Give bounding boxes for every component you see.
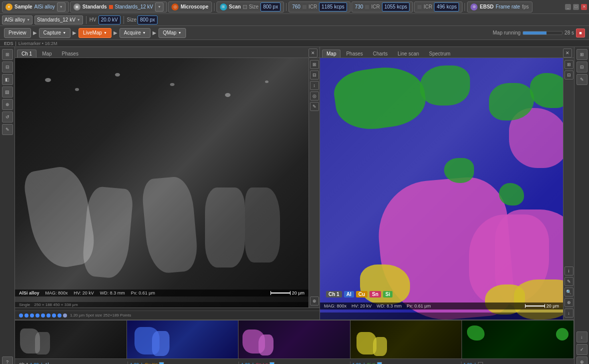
right-panel-close-btn[interactable]: ✕: [563, 48, 572, 58]
sem-particle-1: [45, 78, 51, 82]
standards-dropdown[interactable]: ▼: [155, 2, 164, 12]
sample-name-overlay: AlSi alloy: [19, 290, 40, 296]
separator-1: [214, 3, 214, 11]
icr-section-3[interactable]: ICR 496 kcps: [414, 2, 462, 12]
standards-label: Standards: [82, 4, 107, 10]
image-sub-info: Single 250 × 188 450 × 338 µm: [15, 302, 308, 308]
panel-side-btn-2[interactable]: ⊟: [310, 70, 319, 80]
right-panel: Map Phases Charts Line scan Spectrum: [320, 47, 574, 320]
panel-side-btn-3[interactable]: ↕: [310, 81, 319, 90]
map-side-btn-zoom2[interactable]: ⊕: [564, 298, 574, 307]
minimize-btn[interactable]: _: [565, 4, 571, 10]
fps-label: fps: [522, 4, 528, 10]
maximize-btn[interactable]: □: [573, 4, 579, 10]
ebsd-icon: ⊛: [470, 4, 478, 10]
microscope-section[interactable]: ◎ Microscope: [168, 2, 212, 12]
std-kv-arrow: ▼: [77, 18, 80, 22]
size-px-value[interactable]: 800 px: [138, 16, 158, 24]
standards-kv-dropdown[interactable]: Standards_12 kV ▼: [34, 16, 83, 24]
stop-button[interactable]: ■: [576, 28, 585, 38]
preview-button[interactable]: Preview: [4, 28, 31, 38]
sidebar-btn-2[interactable]: ⊟: [2, 62, 13, 72]
map-side-btn-1[interactable]: ⊞: [564, 60, 574, 69]
map-running-label: Map running: [493, 30, 521, 36]
tab-phases[interactable]: Phases: [58, 50, 83, 58]
panel-side-btn-1[interactable]: ⊞: [310, 60, 319, 69]
ebsd-section[interactable]: ⊛ EBSD Frame rate fps: [467, 2, 532, 12]
panel-side-btn-6[interactable]: ⊕: [310, 296, 319, 306]
map-side-btn-zoom[interactable]: 🔍: [564, 288, 574, 296]
map-side-btn-2[interactable]: ⊟: [564, 70, 574, 80]
size-value[interactable]: 800 px: [260, 2, 280, 12]
main-toolbar: Preview ▶ Capture ▼ ▶ LiveMap ▼ ▶ Acquir…: [0, 26, 589, 40]
sem-feature-3: [141, 176, 199, 274]
panel-close-btn[interactable]: ✕: [308, 48, 318, 58]
map-side-btn-info[interactable]: i: [564, 266, 574, 276]
sidebar-btn-1[interactable]: ⊞: [2, 49, 13, 60]
tab-phases-right[interactable]: Phases: [342, 50, 367, 58]
sn-add-btn[interactable]: +: [252, 362, 254, 364]
right-sidebar-btn-bottom-1[interactable]: ↓: [576, 332, 588, 342]
si-checkbox[interactable]: [377, 362, 382, 364]
sep-hv: [86, 16, 86, 24]
cu-element: Cu-Kα: [145, 362, 158, 364]
standards-section[interactable]: ▣ Standards Standards_12 kV ▼: [70, 2, 168, 12]
tab-spectrum[interactable]: Spectrum: [424, 50, 455, 58]
cu-footer-value: 1.00: [130, 362, 139, 364]
sample-value: AlSi alloy: [34, 4, 55, 10]
right-sidebar-btn-bottom-2[interactable]: ✓: [576, 344, 588, 355]
sem-particle-5: [225, 93, 230, 97]
alsi-arrow: ▼: [26, 18, 30, 22]
si-thumbnail: [462, 320, 574, 358]
icr-section-1[interactable]: 760 ICR 1185 kcps: [288, 2, 350, 12]
dot-5: [41, 314, 45, 318]
panel-side-btn-4[interactable]: ◎: [310, 92, 319, 100]
toolbar-arrow-3: ▶: [114, 30, 118, 36]
si-add-btn[interactable]: +: [362, 362, 366, 364]
right-sidebar-btn-3[interactable]: ✎: [576, 74, 588, 85]
tab-ch1[interactable]: Ch 1: [17, 50, 36, 58]
empty-add-btn[interactable]: +: [474, 362, 476, 364]
icr-section-2[interactable]: 730 ICR 1055 kcps: [352, 2, 414, 12]
sample-dropdown[interactable]: ▼: [57, 2, 66, 12]
acquire-button[interactable]: Acquire ▼: [120, 28, 150, 38]
map-sub-info: [320, 312, 563, 320]
livemap-arrow: ▼: [104, 31, 107, 34]
hv-value[interactable]: 20.0 kV: [98, 16, 120, 24]
cu-checkbox[interactable]: [159, 362, 164, 364]
sidebar-btn-7[interactable]: ✎: [2, 124, 13, 135]
spot-info-bar: 1.20 µm Spot size 252×189 Points: [15, 310, 320, 320]
ch1-thumbnail: [15, 320, 127, 358]
tab-map-right[interactable]: Map: [322, 50, 340, 58]
sidebar-btn-6[interactable]: ↺: [2, 112, 13, 122]
sidebar-btn-8[interactable]: ?: [2, 356, 13, 364]
map-side-btn-edit[interactable]: ✎: [564, 277, 574, 286]
capture-button[interactable]: Capture ▼: [39, 28, 71, 38]
sidebar-btn-4[interactable]: ▤: [2, 86, 13, 98]
right-sidebar-btn-2[interactable]: ⊟: [576, 62, 588, 72]
tab-charts[interactable]: Charts: [368, 50, 392, 58]
sample-section[interactable]: ● Sample AlSi alloy ▼: [2, 2, 69, 12]
map-side-btn-export[interactable]: ↓: [564, 308, 574, 318]
cu-add-btn[interactable]: +: [140, 362, 144, 364]
sidebar-btn-3[interactable]: ◧: [2, 74, 13, 85]
empty-checkbox[interactable]: [478, 362, 483, 364]
scale-bar-left: 20 µm: [270, 290, 304, 296]
close-btn[interactable]: ✕: [581, 4, 587, 10]
ch1-add-btn[interactable]: +: [40, 362, 44, 364]
panel-side-btn-5[interactable]: ✎: [310, 102, 319, 111]
alsi-dropdown[interactable]: AlSi alloy ▼: [2, 16, 32, 24]
right-sidebar-btn-bottom-3[interactable]: ⊕: [576, 356, 588, 364]
standards-icon: ▣: [74, 4, 80, 10]
icr1-label: 760: [292, 4, 300, 10]
sidebar-btn-5[interactable]: ⊕: [2, 99, 13, 110]
sn-checkbox[interactable]: [270, 362, 274, 364]
right-sidebar-btn-1[interactable]: ⊞: [576, 49, 588, 60]
scan-section[interactable]: ⊞ Scan Size 800 px: [216, 2, 284, 12]
tab-map[interactable]: Map: [38, 50, 56, 58]
size-controls: Size 800 px: [127, 16, 158, 24]
qmap-button[interactable]: QMap ▼: [158, 28, 186, 38]
tab-linescan[interactable]: Line scan: [393, 50, 424, 58]
livemap-button[interactable]: LiveMap ▼: [78, 28, 112, 38]
right-panel-close: ✕: [563, 48, 572, 58]
